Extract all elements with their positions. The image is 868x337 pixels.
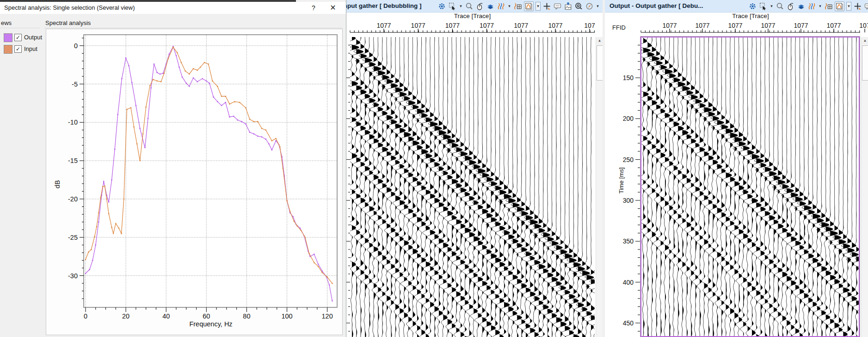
scrollbar-thumb[interactable] (862, 45, 868, 81)
svg-text:1077: 1077 (728, 22, 742, 29)
dropdown-caret-icon[interactable]: ▾ (818, 4, 822, 8)
dropdown-caret-icon[interactable]: ▾ (536, 2, 541, 11)
legend-row: ✓Input (0, 44, 42, 56)
spectral-group-label: Spectral analysis (45, 19, 91, 26)
dialog-title: Spectral analysis: Single selection (Sev… (4, 4, 135, 11)
dialog-titlebar[interactable]: Spectral analysis: Single selection (Sev… (0, 2, 346, 14)
svg-text:0: 0 (74, 42, 78, 50)
trace-axis-right: Trace [Trace]107710771077107710771077107 (605, 12, 868, 37)
comments-icon[interactable] (864, 2, 868, 11)
divider (44, 28, 342, 28)
scroll-up-icon[interactable]: ▲ (862, 37, 868, 44)
svg-text:-10: -10 (68, 119, 78, 126)
trace-axis-middle: Trace [Trace]107710771077107710771077107 (346, 12, 603, 37)
image-frame-icon[interactable] (835, 1, 844, 11)
svg-text:1077: 1077 (794, 22, 808, 29)
input-gather-panel: Input gather [ Debubbling ] ▾▾▾▾ Trace [… (346, 0, 603, 337)
output-gather-panel: Output - Output gather [ Debu... ▾▾▾▾ FF… (605, 0, 868, 337)
mouse-pointer-icon[interactable] (475, 2, 484, 11)
svg-text:Frequency, Hz: Frequency, Hz (189, 320, 232, 328)
svg-text:80: 80 (243, 312, 250, 320)
input-gather-toolbar: ▾▾▾▾ (437, 0, 600, 12)
output-gather-toolbar: ▾▾▾▾ (748, 0, 868, 12)
series-color-swatch[interactable] (4, 33, 12, 42)
compass-icon[interactable] (585, 2, 594, 11)
spectrum-chart[interactable]: 0-5-10-15-20-25-30020406080100120dBFrequ… (46, 29, 343, 335)
dropdown-caret-icon[interactable]: ▾ (596, 4, 600, 8)
output-plot-frame (640, 37, 860, 337)
dropdown-caret-icon[interactable]: ▾ (846, 2, 851, 11)
svg-text:1077: 1077 (695, 22, 709, 29)
settings-gear-icon[interactable] (748, 2, 757, 11)
divider (0, 28, 40, 28)
wiggle-grid-icon[interactable] (513, 2, 522, 11)
series-label: Input (24, 45, 37, 52)
wiggle-traces-icon[interactable] (497, 2, 505, 11)
svg-text:-5: -5 (72, 81, 78, 88)
views-panel-label: ews (1, 19, 12, 26)
close-button[interactable]: ✕ (325, 2, 341, 14)
svg-text:107: 107 (859, 22, 868, 29)
output-vertical-scrollbar[interactable]: ▲ (861, 37, 868, 337)
dropdown-caret-icon[interactable]: ▾ (507, 4, 511, 8)
input-gather-title: Input gather [ Debubbling ] (346, 0, 421, 12)
wiggle-grid-icon[interactable] (824, 2, 833, 11)
series-visibility-checkbox[interactable]: ✓ (14, 34, 22, 41)
select-arrow-icon[interactable] (759, 2, 768, 11)
svg-text:60: 60 (203, 312, 210, 320)
svg-text:40: 40 (162, 312, 170, 320)
svg-text:200: 200 (623, 115, 634, 122)
svg-text:1077: 1077 (514, 22, 528, 29)
svg-text:300: 300 (623, 197, 634, 204)
dropdown-caret-icon[interactable]: ▾ (459, 4, 463, 8)
svg-text:1077: 1077 (445, 22, 460, 29)
svg-text:Trace [Trace]: Trace [Trace] (732, 12, 769, 19)
views-legend: ✓Output✓Input (0, 32, 42, 56)
export-image-icon[interactable] (564, 2, 573, 11)
svg-text:107: 107 (584, 22, 595, 29)
svg-text:-20: -20 (68, 195, 78, 203)
svg-text:100: 100 (281, 312, 292, 320)
help-button[interactable]: ? (306, 2, 321, 14)
series-color-swatch[interactable] (4, 45, 12, 54)
layers-icon[interactable] (797, 2, 806, 11)
zoom-magnifier-icon[interactable] (465, 2, 474, 11)
image-frame-icon[interactable] (524, 1, 534, 11)
scroll-up-icon[interactable]: ▲ (596, 37, 603, 44)
zoom-area-icon[interactable] (574, 2, 583, 11)
input-seismic-display[interactable] (350, 37, 595, 337)
svg-text:450: 450 (623, 319, 634, 327)
zoom-magnifier-icon[interactable] (776, 2, 784, 11)
wiggle-traces-icon[interactable] (807, 2, 816, 11)
svg-text:250: 250 (623, 156, 634, 163)
svg-text:1077: 1077 (826, 22, 841, 29)
series-visibility-checkbox[interactable]: ✓ (14, 45, 22, 53)
spectrum-plot: 0-5-10-15-20-25-30020406080100120dBFrequ… (46, 29, 342, 334)
svg-text:350: 350 (623, 237, 634, 245)
svg-text:Trace [Trace]: Trace [Trace] (454, 12, 491, 19)
select-arrow-icon[interactable] (448, 2, 457, 11)
input-vertical-scrollbar[interactable]: ▲ (596, 37, 603, 337)
svg-text:1077: 1077 (662, 22, 677, 29)
spectral-analysis-dialog: Spectral analysis: Single selection (Sev… (0, 0, 346, 337)
layers-icon[interactable] (486, 2, 495, 11)
crosshair-icon[interactable] (542, 2, 551, 11)
svg-text:1077: 1077 (411, 22, 425, 29)
svg-text:150: 150 (623, 74, 634, 81)
crosshair-icon[interactable] (853, 2, 862, 11)
dropdown-caret-icon[interactable]: ▾ (770, 4, 774, 8)
svg-text:-15: -15 (68, 157, 78, 164)
svg-text:dB: dB (54, 180, 61, 188)
legend-row: ✓Output (0, 32, 42, 44)
output-seismic-display[interactable] (641, 37, 859, 336)
comments-icon[interactable] (553, 2, 562, 11)
settings-gear-icon[interactable] (437, 2, 446, 11)
mouse-pointer-icon[interactable] (786, 2, 795, 11)
svg-text:400: 400 (623, 279, 634, 286)
svg-text:20: 20 (122, 312, 129, 320)
time-ticks-middle (346, 37, 350, 337)
scrollbar-thumb[interactable] (597, 45, 603, 81)
svg-text:1077: 1077 (761, 22, 775, 29)
svg-text:1077: 1077 (376, 22, 391, 29)
svg-text:-25: -25 (68, 234, 78, 241)
